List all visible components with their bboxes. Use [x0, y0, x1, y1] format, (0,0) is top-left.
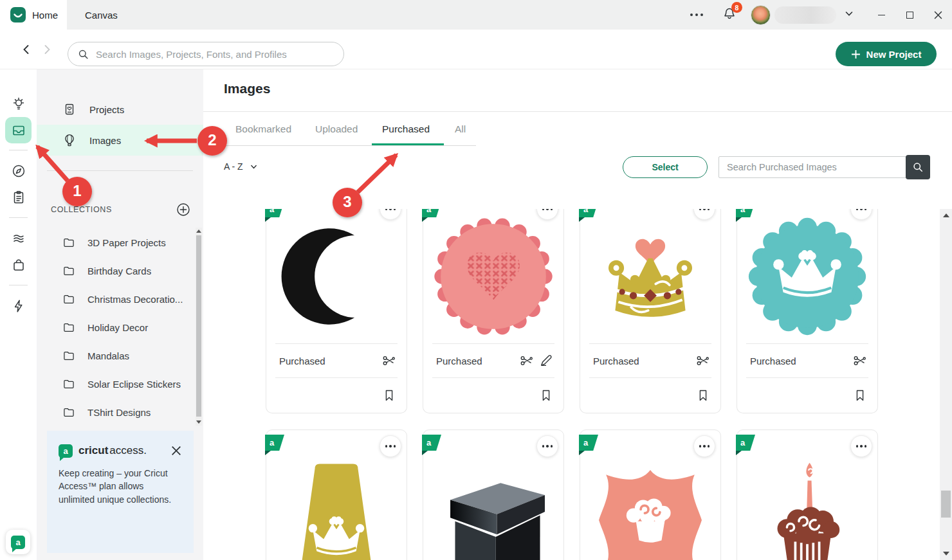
cricut-access-promo: a cricutaccess. Keep creating – your Cri… — [47, 431, 194, 553]
edit-button[interactable] — [539, 354, 553, 368]
scroll-up-icon[interactable] — [943, 213, 949, 217]
scroll-up-icon[interactable] — [196, 230, 201, 233]
card-menu-button[interactable] — [850, 435, 872, 457]
image-card-crescent-moon[interactable]: a Purchased — [266, 209, 407, 413]
rail-item-materials[interactable] — [5, 225, 32, 251]
folder-item[interactable]: Mandalas — [37, 343, 191, 368]
folder-icon — [62, 321, 75, 334]
image-card-birthday-cupcake[interactable]: a Purchased — [737, 429, 878, 560]
sidebar: Projects Images COLLECTIONS 3D Paper Pro… — [37, 69, 203, 560]
folder-item[interactable]: Holiday Decor — [37, 314, 191, 340]
bag-icon — [11, 257, 26, 273]
close-button[interactable] — [924, 0, 952, 30]
card-menu-button[interactable] — [693, 435, 715, 457]
rail-item-ideas[interactable] — [5, 91, 32, 117]
purchased-search-input[interactable] — [719, 156, 906, 178]
folder-item[interactable]: Christmas Decoratio... — [37, 286, 191, 312]
back-button[interactable] — [19, 42, 34, 57]
promo-message: Keep creating – your Cricut Access™ plan… — [59, 467, 183, 506]
new-project-button[interactable]: New Project — [836, 42, 937, 66]
scrollbar-thumb[interactable] — [196, 235, 201, 417]
rail-item-projects[interactable] — [5, 184, 32, 210]
bookmark-icon — [382, 388, 396, 402]
tab-canvas[interactable]: Canvas — [67, 0, 136, 30]
minimize-button[interactable] — [867, 0, 895, 30]
sidebar-item-projects[interactable]: Projects — [37, 94, 203, 125]
promo-close-button[interactable] — [169, 444, 183, 458]
notifications-button[interactable]: 8 — [722, 6, 737, 23]
rail-item-shop[interactable] — [5, 251, 32, 278]
tab-all[interactable]: All — [455, 123, 466, 135]
card-menu-button[interactable] — [380, 435, 401, 457]
status-label: Purchased — [436, 356, 515, 366]
tab-uploaded[interactable]: Uploaded — [315, 123, 358, 135]
maximize-button[interactable] — [895, 0, 924, 30]
sidebar-item-images[interactable]: Images — [37, 125, 203, 156]
access-badge-button[interactable]: a — [6, 530, 30, 554]
pencil-icon — [539, 354, 553, 368]
tab-bookmarked[interactable]: Bookmarked — [235, 123, 291, 135]
main-scrollbar[interactable] — [940, 209, 952, 560]
bookmark-icon — [696, 388, 710, 402]
scroll-down-icon[interactable] — [196, 420, 201, 424]
image-card-cross-stitch-heart[interactable]: a Purchased — [423, 209, 564, 413]
card-menu-button[interactable] — [536, 435, 558, 457]
folder-icon — [62, 406, 75, 419]
scroll-down-icon[interactable] — [943, 552, 949, 555]
image-card-gift-box[interactable]: a Purchased — [423, 429, 564, 560]
cut-button[interactable] — [520, 354, 534, 368]
tab-home[interactable]: Home — [0, 0, 67, 30]
folder-icon — [62, 293, 75, 305]
rail-item-explore[interactable] — [5, 158, 32, 184]
cut-button[interactable] — [853, 354, 867, 368]
folder-item[interactable]: Solar Eclipse Stickers — [37, 371, 191, 397]
sidebar-scrollbar[interactable] — [196, 228, 202, 426]
image-card-teal-scallop-crown[interactable]: a Purchased — [737, 209, 878, 413]
collections-header: COLLECTIONS — [37, 195, 203, 224]
scissors-icon — [853, 354, 867, 368]
lightbulb-icon — [11, 96, 26, 112]
search-icon — [77, 48, 89, 60]
cricut-logo-icon — [10, 7, 26, 23]
search-submit-button[interactable] — [906, 155, 930, 179]
global-search-input[interactable] — [96, 49, 334, 60]
add-collection-button[interactable] — [175, 201, 192, 218]
active-tab-underline — [372, 143, 444, 145]
titlebar-right: 8 — [685, 0, 952, 30]
brand-access: access. — [109, 444, 147, 456]
folder-item[interactable]: TShirt Designs — [37, 399, 191, 425]
rail-item-quick-actions[interactable] — [5, 293, 32, 319]
sidebar-divider — [47, 170, 193, 171]
user-avatar[interactable] — [751, 5, 771, 25]
chevron-down-icon — [250, 163, 258, 171]
overflow-menu-button[interactable] — [685, 8, 708, 21]
folder-label: Birthday Cards — [87, 266, 151, 276]
bookmark-button[interactable] — [853, 388, 867, 402]
folder-item[interactable]: Birthday Cards — [37, 258, 191, 284]
folder-label: Holiday Decor — [87, 322, 148, 333]
select-button[interactable]: Select — [623, 156, 708, 178]
scissors-icon — [382, 354, 396, 368]
cricut-access-logo-icon: a — [11, 536, 25, 549]
folder-item[interactable]: 3D Paper Projects — [37, 230, 191, 255]
image-card-heart-crown[interactable]: a Purchased — [580, 209, 721, 413]
title-divider — [203, 111, 952, 112]
sidebar-item-label: Images — [89, 135, 121, 146]
cut-button[interactable] — [696, 354, 710, 368]
bookmark-icon — [853, 388, 867, 402]
rail-item-images[interactable] — [5, 117, 32, 143]
bookmark-button[interactable] — [382, 388, 396, 402]
forward-button[interactable] — [39, 42, 55, 57]
sort-dropdown[interactable]: A - Z — [224, 161, 258, 172]
rail-divider — [9, 150, 28, 150]
scrollbar-thumb[interactable] — [941, 491, 951, 518]
close-icon — [171, 446, 181, 456]
bookmark-button[interactable] — [696, 388, 710, 402]
status-label: Purchased — [593, 356, 691, 366]
image-card-crown-tag[interactable]: a Purchased — [266, 429, 407, 560]
tab-purchased[interactable]: Purchased — [382, 123, 430, 135]
user-menu-chevron-icon[interactable] — [844, 8, 854, 21]
bookmark-button[interactable] — [539, 388, 553, 402]
cut-button[interactable] — [382, 354, 396, 368]
image-card-cupcake-frame[interactable]: a Purchased — [580, 429, 721, 560]
